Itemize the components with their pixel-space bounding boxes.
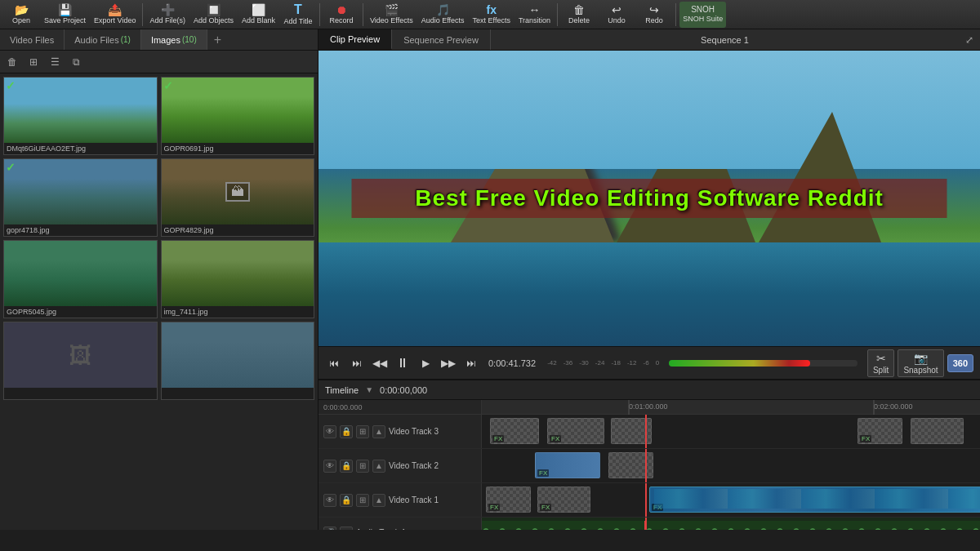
clip-preview-tab[interactable]: Clip Preview — [318, 29, 392, 50]
tracks-container: 👁 🔒 ⊞ ▲ Video Track 3 FX FX — [318, 415, 980, 530]
record-button[interactable]: ⏺ Record — [323, 2, 359, 28]
track-collapse-button[interactable]: ▲ — [372, 494, 385, 507]
tab-audio-files[interactable]: Audio Files (1) — [65, 29, 141, 50]
track-name: Video Track 2 — [389, 461, 476, 470]
record-icon: ⏺ — [336, 4, 347, 16]
track-collapse-button[interactable]: ▲ — [372, 425, 385, 438]
clip-block[interactable]: FX — [547, 418, 604, 444]
list-item[interactable]: img_7411.jpg — [161, 240, 315, 318]
separator3 — [363, 3, 363, 26]
preview-action-buttons: ✂ Split 📷 Snapshot 360 — [867, 349, 973, 377]
list-item[interactable] — [161, 322, 315, 400]
split-button[interactable]: ✂ Split — [867, 349, 894, 377]
track-lock-button[interactable]: 🔒 — [340, 460, 353, 473]
add-blank-button[interactable]: ⬜ Add Blank — [238, 2, 278, 28]
timeline-ruler: 0:00:00.000 0:01:00.000 0:02:00.000 0:03… — [318, 400, 980, 415]
track-lock-button[interactable]: 🔒 — [340, 425, 353, 438]
delete-button[interactable]: 🗑 Delete — [561, 2, 597, 28]
add-tab-button[interactable]: + — [207, 29, 228, 50]
track-content-video2: FX FX — [482, 449, 980, 482]
track-visibility-button[interactable]: 👁 — [323, 460, 336, 473]
track-group-button[interactable]: ⊞ — [356, 494, 369, 507]
clip-block[interactable]: FX — [490, 418, 539, 444]
separator5 — [675, 3, 676, 26]
snapshot-button[interactable]: 📷 Snapshot — [898, 349, 943, 377]
track-header-audio1: 🔊 ▲ Audio Track 1 — [318, 518, 482, 530]
fast-forward-button[interactable]: ▶▶ — [439, 354, 457, 372]
pause-button[interactable]: ⏸ — [394, 354, 412, 372]
volume-meter[interactable] — [669, 360, 858, 367]
sequence-preview-tab[interactable]: Sequence Preview — [392, 29, 491, 50]
tab-video-files[interactable]: Video Files — [0, 29, 65, 50]
track-visibility-button[interactable]: 👁 — [323, 494, 336, 507]
text-effects-button[interactable]: fx Text Effects — [470, 2, 514, 28]
track-group-button[interactable]: ⊞ — [356, 425, 369, 438]
track-lock-button[interactable]: 🔒 — [340, 494, 353, 507]
save-project-button[interactable]: 💾 Save Project — [41, 2, 89, 28]
export-video-button[interactable]: 📤 Export Video — [91, 2, 139, 28]
delete-media-button[interactable]: 🗑 — [3, 53, 21, 71]
play-button[interactable]: ▶ — [416, 354, 434, 372]
clip-block[interactable] — [911, 418, 964, 444]
timeline-section: Timeline ▼ 0:00:00,000 0:00:00.000 0:01:… — [318, 379, 980, 530]
preview-controls: ⏮ ⏭ ◀◀ ⏸ ▶ ▶▶ ⏭ 0:00:41.732 -42 -36 -30 … — [318, 346, 980, 379]
text-overlay: Best Free Video Editing Software Reddit — [352, 179, 947, 218]
timeline-timecode: 0:00:00,000 — [380, 385, 427, 395]
transition-button[interactable]: ↔ Transition — [515, 2, 554, 28]
skip-to-end-button[interactable]: ⏭ — [462, 354, 480, 372]
undo-button[interactable]: ↩ Undo — [599, 2, 635, 28]
tab-images[interactable]: Images (10) — [141, 29, 207, 50]
skip-to-start-button[interactable]: ⏮ — [325, 354, 343, 372]
snoh-suite-button[interactable]: SNOH SNOH Suite — [679, 2, 726, 28]
left-panel: Video Files Audio Files (1) Images (10) … — [0, 29, 318, 530]
ruler-ticks — [482, 400, 980, 415]
media-filename: GOPR5045.jpg — [4, 306, 157, 318]
list-item[interactable]: ✓ gopr4718.jpg — [3, 158, 158, 237]
track-collapse-button[interactable]: ▲ — [372, 460, 385, 473]
clip-block[interactable]: FX — [858, 418, 902, 444]
add-files-button[interactable]: ➕ Add File(s) — [146, 2, 189, 28]
clip-block[interactable]: FX — [486, 487, 531, 513]
add-objects-button[interactable]: 🔲 Add Objects — [190, 2, 237, 28]
separator2 — [319, 3, 320, 26]
track-name: Video Track 3 — [389, 427, 476, 436]
clip-block[interactable] — [611, 418, 652, 444]
clip-block[interactable] — [608, 452, 653, 478]
media-filename — [4, 388, 157, 399]
filter-button[interactable]: ⧉ — [67, 53, 85, 71]
track-collapse-button[interactable]: ▲ — [340, 527, 353, 531]
rewind-button[interactable]: ◀◀ — [371, 354, 389, 372]
preview-expand-button[interactable]: ⤢ — [959, 29, 980, 50]
text-effects-icon: fx — [487, 4, 497, 16]
media-filename: GOPR4829.jpg — [162, 224, 314, 236]
audio-effects-button[interactable]: 🎵 Audio Effects — [418, 2, 468, 28]
clip-block[interactable]: FX — [649, 487, 980, 513]
track-group-button[interactable]: ⊞ — [356, 460, 369, 473]
list-item[interactable]: 🖼 — [3, 322, 158, 400]
clip-fx-label: FX — [550, 435, 561, 442]
list-item[interactable]: ✓ DMqt6GiUEAAO2ET.jpg — [3, 77, 158, 155]
media-tabs: Video Files Audio Files (1) Images (10) … — [0, 29, 318, 51]
open-button[interactable]: 📂 Open — [3, 2, 39, 28]
track-playhead — [645, 483, 647, 517]
grid-view-button[interactable]: ⊞ — [24, 53, 42, 71]
redo-button[interactable]: ↪ Redo — [636, 2, 672, 28]
add-title-button[interactable]: T Add Title — [280, 2, 316, 28]
track-visibility-button[interactable]: 👁 — [323, 425, 336, 438]
timeline-expand-button[interactable]: ▼ — [365, 385, 373, 394]
timeline-header: Timeline ▼ 0:00:00,000 — [318, 380, 980, 400]
media-filename: gopr4718.jpg — [4, 224, 157, 236]
clip-block[interactable]: FX — [535, 452, 600, 478]
clip-block[interactable]: FX — [537, 487, 590, 513]
track-content-audio1 — [482, 518, 980, 530]
video-effects-button[interactable]: 🎬 Video Effects — [367, 2, 416, 28]
vr360-button[interactable]: 360 — [947, 354, 973, 372]
list-item[interactable]: 🏔 GOPR4829.jpg — [161, 158, 315, 237]
list-item[interactable]: ✓ GOPR0691.jpg — [161, 77, 315, 155]
volume-level — [669, 360, 810, 367]
media-toolbar: 🗑 ⊞ ☰ ⧉ — [0, 51, 318, 73]
track-mute-button[interactable]: 🔊 — [323, 527, 336, 531]
list-view-button[interactable]: ☰ — [46, 53, 64, 71]
step-back-button[interactable]: ⏭ — [348, 354, 366, 372]
list-item[interactable]: GOPR5045.jpg — [3, 240, 158, 318]
